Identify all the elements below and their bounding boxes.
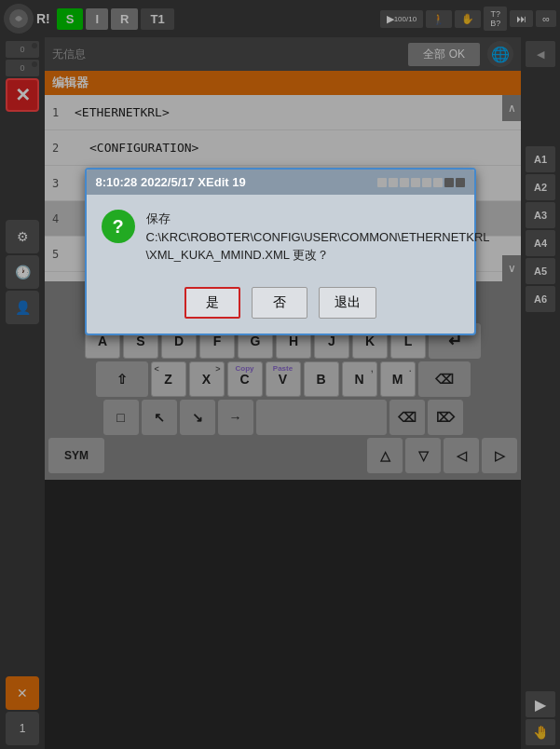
dialog-dots <box>377 178 465 187</box>
dot-2 <box>389 178 398 187</box>
dialog-footer: 是 否 退出 <box>87 279 474 334</box>
btn-no[interactable]: 否 <box>252 287 307 319</box>
dialog-header: 8:10:28 2022/5/17 XEdit 19 <box>87 170 474 195</box>
dot-1 <box>377 178 387 187</box>
dot-5 <box>422 178 431 187</box>
dialog-overlay: 8:10:28 2022/5/17 XEdit 19 ? 保存 C:\KRC\R… <box>0 0 560 749</box>
dot-6 <box>433 178 443 187</box>
dot-3 <box>400 178 409 187</box>
dot-8 <box>456 178 465 187</box>
dot-7 <box>444 178 454 187</box>
dialog-question-icon: ? <box>102 210 135 243</box>
dot-4 <box>411 178 420 187</box>
dialog-title: 8:10:28 2022/5/17 XEdit 19 <box>96 175 246 189</box>
btn-exit[interactable]: 退出 <box>319 287 376 319</box>
dialog-body: ? 保存 C:\KRC\ROBOTER\CONFIG\USER\COMMON\E… <box>87 195 474 279</box>
dialog-message: 保存 C:\KRC\ROBOTER\CONFIG\USER\COMMON\ETH… <box>146 210 490 265</box>
btn-yes[interactable]: 是 <box>184 287 240 319</box>
dialog-box: 8:10:28 2022/5/17 XEdit 19 ? 保存 C:\KRC\R… <box>85 168 476 335</box>
